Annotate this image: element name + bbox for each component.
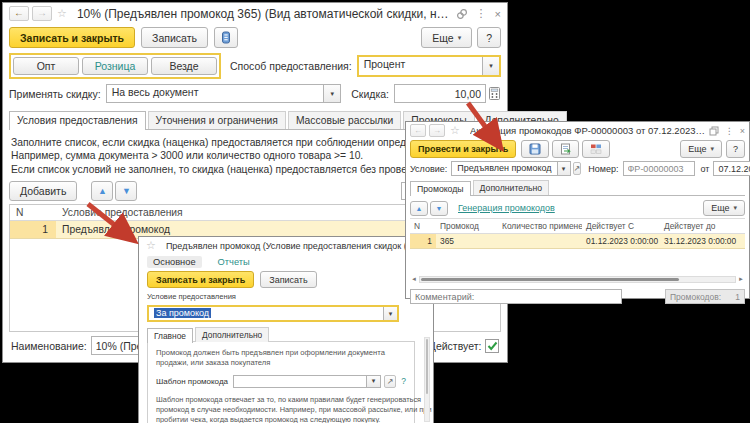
scope-everywhere-button[interactable]: Везде <box>151 57 217 75</box>
link-icon[interactable] <box>456 8 468 20</box>
nav-main[interactable]: Основное <box>147 256 202 268</box>
row-valid-from: 01.12.2023 0:00:00 <box>582 234 660 248</box>
window-title: Активация промокодов ФР-00000003 от 07.1… <box>470 125 706 136</box>
template-help-button[interactable]: ? <box>401 376 406 386</box>
col-code: Промокод <box>436 219 498 233</box>
horizontal-scrollbar[interactable]: ◄ ► <box>411 275 744 284</box>
help-button[interactable]: ? <box>726 140 745 158</box>
tab-mass-mailings[interactable]: Массовые рассылки <box>288 111 401 129</box>
scroll-left-icon[interactable]: ◄ <box>411 275 417 284</box>
doc-footer: Промокодов: 1 <box>410 289 745 304</box>
template-label: Шаблон промокода <box>156 377 228 386</box>
main-toolbar: Записать и закрыть Записать Еще▾ ? <box>3 27 507 48</box>
kebab-menu-icon[interactable]: ⋮ <box>725 126 734 136</box>
template-combo[interactable]: ▾ <box>233 375 381 388</box>
save-close-button[interactable]: Записать и закрыть <box>9 27 135 48</box>
tab-refinements[interactable]: Уточнения и ограничения <box>148 111 286 129</box>
template-row: Шаблон промокода ▾ ↗ ? <box>156 375 406 388</box>
move-up-icon[interactable]: ▲ <box>410 201 428 216</box>
help-button[interactable]: ? <box>477 27 501 48</box>
chevron-down-icon[interactable]: ▾ <box>323 85 340 102</box>
linked-documents-icon[interactable] <box>214 27 238 48</box>
active-label: Действует: <box>429 340 482 352</box>
condition-kind-label: Условие предоставления <box>147 292 433 301</box>
scope-retail-button[interactable]: Розница <box>82 57 148 75</box>
favorite-star-icon[interactable]: ☆ <box>450 124 460 137</box>
main-tab-panel: Промокод должен быть предъявлен при офор… <box>147 341 415 423</box>
move-down-icon[interactable]: ▼ <box>115 181 137 201</box>
more-button[interactable]: Еще▾ <box>703 200 745 216</box>
comment-input[interactable] <box>410 289 622 304</box>
nav-reports[interactable]: Отчеты <box>212 256 256 268</box>
add-button[interactable]: Добавить <box>9 181 77 201</box>
scroll-thumb[interactable] <box>426 339 428 394</box>
discount-input[interactable] <box>394 84 486 103</box>
save-button[interactable]: Записать <box>141 27 208 48</box>
move-down-icon[interactable]: ▼ <box>430 201 448 216</box>
close-icon[interactable]: × <box>740 126 745 136</box>
calculator-icon[interactable] <box>488 86 501 101</box>
favorite-star-icon[interactable]: ☆ <box>146 239 156 252</box>
tab-additional[interactable]: Дополнительно <box>473 180 550 195</box>
chevron-down-icon[interactable]: ▾ <box>366 376 380 387</box>
codes-table-row[interactable]: 1 365 01.12.2023 0:00:00 31.12.2023 0:00… <box>410 234 745 249</box>
form-toolbar: Записать и закрыть Записать <box>139 271 433 288</box>
open-icon[interactable]: ↗ <box>573 162 582 175</box>
post-document-icon[interactable] <box>552 140 579 158</box>
desktop: { "icons": { "back": "←", "forward": "→"… <box>0 0 750 423</box>
method-combo[interactable]: Процент ▾ <box>357 55 501 77</box>
more-button[interactable]: Еще▾ <box>421 27 472 48</box>
row-code: 365 <box>436 234 498 248</box>
apply-row: Применять скидку: На весь документ ▾ Ски… <box>3 84 507 103</box>
help-line: промокод в случае необходимости. Наприме… <box>156 405 406 415</box>
scroll-right-icon[interactable]: ► <box>738 275 744 284</box>
resize-icon[interactable] <box>709 126 719 136</box>
close-icon[interactable]: × <box>495 8 501 20</box>
forward-icon[interactable]: → <box>32 6 52 21</box>
dtkt-posting-icon[interactable] <box>582 140 610 158</box>
scroll-track[interactable] <box>419 276 736 283</box>
tab-additional[interactable]: Дополнительно <box>195 327 269 342</box>
save-button[interactable]: Записать <box>260 271 316 288</box>
form-nav: Основное Отчеты <box>139 254 433 270</box>
condition-kind-value: За промокод <box>154 308 211 318</box>
more-button[interactable]: Еще▾ <box>680 140 722 158</box>
condition-combo[interactable]: Предъявлен промокод ▾ <box>451 161 570 176</box>
kebab-menu-icon[interactable]: ⋮ <box>476 7 487 20</box>
check-icon <box>487 341 498 351</box>
save-icon[interactable] <box>521 140 549 158</box>
generate-promocodes-link[interactable]: Генерация промокодов <box>458 203 555 213</box>
tab-main[interactable]: Главное <box>147 328 193 343</box>
number-input[interactable] <box>623 161 695 176</box>
open-icon[interactable]: ↗ <box>384 375 396 388</box>
favorite-star-icon[interactable]: ☆ <box>57 7 67 20</box>
scroll-thumb[interactable] <box>421 278 679 281</box>
titlebar: ← → ☆ Активация промокодов ФР-00000003 о… <box>406 122 749 139</box>
apply-label: Применять скидку: <box>9 88 101 100</box>
condition-kind-combo[interactable]: За промокод ▾ <box>147 305 399 322</box>
save-close-button[interactable]: Записать и закрыть <box>147 271 254 288</box>
forward-icon[interactable]: → <box>429 124 445 137</box>
tab-conditions[interactable]: Условия предоставления <box>9 111 146 130</box>
chevron-down-icon[interactable]: ▾ <box>383 307 397 320</box>
date-input[interactable] <box>713 161 750 176</box>
row-number: 1 <box>10 221 56 238</box>
post-close-button[interactable]: Провести и закрыть <box>410 140 516 158</box>
back-icon[interactable]: ← <box>9 6 29 21</box>
row-count <box>498 234 582 248</box>
active-checkbox[interactable] <box>485 339 499 353</box>
vertical-scrollbar[interactable] <box>424 337 430 422</box>
chevron-down-icon[interactable]: ▾ <box>482 57 499 75</box>
apply-combo[interactable]: На весь документ ▾ <box>106 84 342 103</box>
move-up-icon[interactable]: ▲ <box>91 181 113 201</box>
col-n: N <box>10 205 56 220</box>
discount-label: Скидка: <box>351 88 389 100</box>
back-icon[interactable]: ← <box>410 124 426 137</box>
condition-description: Промокод должен быть предъявлен при офор… <box>156 348 396 369</box>
scope-opt-button[interactable]: Опт <box>13 57 79 75</box>
tab-promocodes[interactable]: Промокоды <box>410 181 471 196</box>
chevron-down-icon: ▾ <box>710 145 714 153</box>
method-label: Способ предоставления: <box>230 60 352 72</box>
chevron-down-icon[interactable]: ▾ <box>557 162 570 175</box>
doc-toolbar: Провести и закрыть Еще▾ ? <box>406 140 749 158</box>
